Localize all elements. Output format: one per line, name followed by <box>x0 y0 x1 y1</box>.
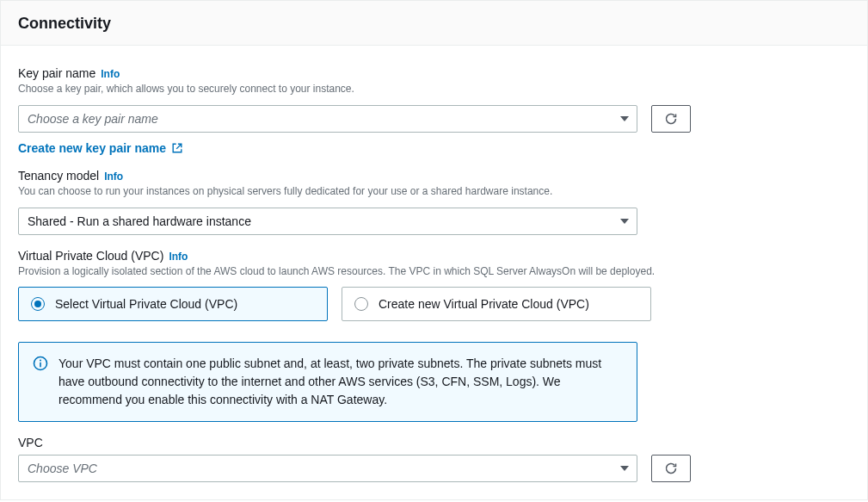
create-keypair-link[interactable]: Create new key pair name <box>18 141 183 155</box>
panel-title: Connectivity <box>18 15 850 33</box>
vpc-section-description: Provision a logically isolated section o… <box>18 264 850 279</box>
vpc-section-label-row: Virtual Private Cloud (VPC) Info <box>18 249 850 263</box>
connectivity-panel: Connectivity Key pair name Info Choose a… <box>0 0 868 500</box>
vpc-create-new-label: Create new Virtual Private Cloud (VPC) <box>379 297 589 311</box>
vpc-select-wrapper: Choose VPC <box>18 455 637 482</box>
tenancy-control-row: Shared - Run a shared hardware instance <box>18 208 850 235</box>
tenancy-label-row: Tenancy model Info <box>18 169 850 183</box>
keypair-select-value: Choose a key pair name <box>28 112 158 126</box>
keypair-link-row: Create new key pair name <box>18 141 850 155</box>
vpc-section-field: Virtual Private Cloud (VPC) Info Provisi… <box>18 249 850 322</box>
refresh-icon <box>664 462 678 475</box>
vpc-radio-tiles: Select Virtual Private Cloud (VPC) Creat… <box>18 287 850 321</box>
vpc-info-text: Your VPC must contain one public subnet … <box>58 355 623 409</box>
vpc-section-label: Virtual Private Cloud (VPC) <box>18 249 163 263</box>
tenancy-select-wrapper: Shared - Run a shared hardware instance <box>18 208 637 235</box>
vpc-select-existing-tile[interactable]: Select Virtual Private Cloud (VPC) <box>18 287 328 321</box>
vpc-select-label: VPC <box>18 436 850 449</box>
refresh-vpc-button[interactable] <box>651 455 691 482</box>
keypair-label-row: Key pair name Info <box>18 66 850 80</box>
keypair-control-row: Choose a key pair name <box>18 105 850 133</box>
vpc-select[interactable]: Choose VPC <box>18 455 637 482</box>
vpc-select-value: Choose VPC <box>28 462 97 475</box>
keypair-info-link[interactable]: Info <box>101 68 120 80</box>
radio-unselected-icon <box>354 297 368 311</box>
tenancy-field: Tenancy model Info You can choose to run… <box>18 169 850 235</box>
tenancy-select[interactable]: Shared - Run a shared hardware instance <box>18 208 637 235</box>
panel-header: Connectivity <box>1 1 867 46</box>
tenancy-label: Tenancy model <box>18 169 99 183</box>
refresh-icon <box>664 112 678 126</box>
refresh-keypair-button[interactable] <box>651 105 691 133</box>
vpc-info-box: Your VPC must contain one public subnet … <box>18 342 637 422</box>
external-link-icon <box>171 142 183 154</box>
vpc-create-new-tile[interactable]: Create new Virtual Private Cloud (VPC) <box>342 287 651 321</box>
svg-rect-2 <box>40 363 41 368</box>
vpc-section-info-link[interactable]: Info <box>169 251 188 263</box>
create-keypair-link-text: Create new key pair name <box>18 141 166 155</box>
keypair-select-wrapper: Choose a key pair name <box>18 105 637 133</box>
vpc-select-control-row: Choose VPC <box>18 455 850 482</box>
keypair-field: Key pair name Info Choose a key pair, wh… <box>18 66 850 155</box>
svg-point-1 <box>40 360 41 362</box>
vpc-select-existing-label: Select Virtual Private Cloud (VPC) <box>55 297 237 311</box>
keypair-label: Key pair name <box>18 66 95 80</box>
keypair-description: Choose a key pair, which allows you to s… <box>18 82 850 96</box>
panel-body: Key pair name Info Choose a key pair, wh… <box>1 46 867 499</box>
vpc-select-field: VPC Choose VPC <box>18 436 850 482</box>
keypair-select[interactable]: Choose a key pair name <box>18 105 637 133</box>
tenancy-description: You can choose to run your instances on … <box>18 184 850 199</box>
tenancy-select-value: Shared - Run a shared hardware instance <box>28 214 251 228</box>
tenancy-info-link[interactable]: Info <box>104 170 123 183</box>
radio-selected-icon <box>31 297 45 311</box>
info-icon <box>33 356 48 371</box>
